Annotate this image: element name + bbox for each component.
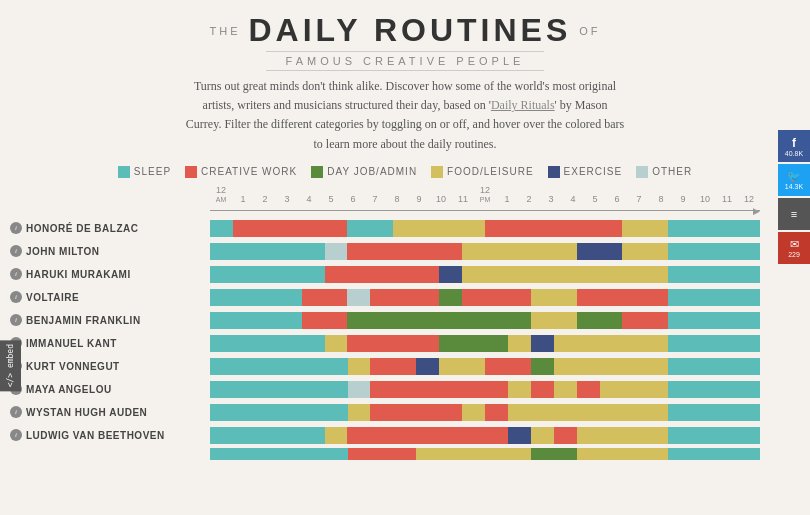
- info-icon-milton[interactable]: i: [10, 245, 22, 257]
- seg: [439, 335, 508, 352]
- facebook-button[interactable]: f 40.8K: [778, 130, 810, 162]
- bar-angelou[interactable]: [210, 381, 760, 398]
- seg: [668, 289, 760, 306]
- seg: [347, 289, 370, 306]
- seg: [554, 381, 577, 398]
- info-icon-murakami[interactable]: i: [10, 268, 22, 280]
- time-3pm: 3: [540, 195, 562, 204]
- other-color: [636, 166, 648, 178]
- bar-balzac[interactable]: [210, 220, 760, 237]
- seg: [485, 220, 623, 237]
- label-franklin: i BENJAMIN FRANKLIN: [10, 314, 210, 326]
- row-angelou: i MAYA ANGELOU: [210, 379, 760, 400]
- facebook-icon: f: [792, 136, 796, 150]
- creative-color: [185, 166, 197, 178]
- social-sidebar: f 40.8K 🐦 14.3K ≡ ✉ 229: [778, 130, 810, 264]
- seg: [531, 427, 554, 444]
- legend-food[interactable]: FOOD/LEISURE: [431, 166, 533, 178]
- bar-milton[interactable]: [210, 243, 760, 260]
- info-icon-voltaire[interactable]: i: [10, 291, 22, 303]
- daily-rituals-link[interactable]: Daily Rituals: [491, 98, 555, 112]
- seg: [210, 427, 325, 444]
- info-icon-franklin[interactable]: i: [10, 314, 22, 326]
- time-8am: 8: [386, 195, 408, 204]
- embed-button[interactable]: </> embed: [0, 340, 21, 391]
- bar-auden[interactable]: [210, 404, 760, 421]
- legend-dayjob[interactable]: DAY JOB/ADMIN: [311, 166, 417, 178]
- seg: [531, 381, 554, 398]
- time-12pm: 12PM: [474, 186, 496, 204]
- seg: [485, 358, 531, 375]
- bar-beethoven[interactable]: [210, 427, 760, 444]
- layers-button[interactable]: ≡: [778, 198, 810, 230]
- seg: [668, 404, 760, 421]
- time-8pm: 8: [650, 195, 672, 204]
- seg: [210, 312, 302, 329]
- email-button[interactable]: ✉ 229: [778, 232, 810, 264]
- bar-kant[interactable]: [210, 335, 760, 352]
- label-beethoven: i LUDWIG VAN BEETHOVEN: [10, 429, 210, 441]
- legend-other[interactable]: OTHER: [636, 166, 692, 178]
- legend-creative[interactable]: CREATIVE WORK: [185, 166, 297, 178]
- row-balzac: i HONORÉ DE BALZAC: [210, 218, 760, 239]
- seg: [210, 381, 348, 398]
- food-label: FOOD/LEISURE: [447, 166, 533, 177]
- bar-vonnegut[interactable]: [210, 358, 760, 375]
- name-beethoven: LUDWIG VAN BEETHOVEN: [26, 430, 165, 441]
- row-kant: i IMMANUEL KANT: [210, 333, 760, 354]
- seg: [347, 220, 393, 237]
- seg: [622, 220, 668, 237]
- seg: [302, 312, 348, 329]
- time-labels-row: 12AM 1 2 3 4 5 6 7 8 9 10 11 12PM 1 2 3 …: [210, 186, 760, 204]
- bar-franklin[interactable]: [210, 312, 760, 329]
- info-icon-balzac[interactable]: i: [10, 222, 22, 234]
- seg: [531, 289, 577, 306]
- seg: [325, 266, 440, 283]
- seg: [508, 427, 531, 444]
- seg: [554, 358, 669, 375]
- seg: [348, 448, 417, 460]
- seg: [439, 358, 485, 375]
- seg: [347, 243, 462, 260]
- twitter-count: 14.3K: [785, 183, 803, 190]
- of-text: OF: [579, 25, 600, 37]
- seg: [439, 266, 462, 283]
- name-vonnegut: KURT VONNEGUT: [26, 361, 120, 372]
- bar-murakami[interactable]: [210, 266, 760, 283]
- seg: [577, 427, 669, 444]
- seg: [531, 335, 554, 352]
- seg: [347, 335, 439, 352]
- seg: [416, 358, 439, 375]
- row-oconnor: i MARY FLANNERY O'CONNOR: [210, 448, 760, 460]
- time-1am: 1: [232, 195, 254, 204]
- row-voltaire: i VOLTAIRE: [210, 287, 760, 308]
- row-milton: i JOHN MILTON: [210, 241, 760, 262]
- seg: [577, 448, 669, 460]
- creative-label: CREATIVE WORK: [201, 166, 297, 177]
- seg: [668, 358, 760, 375]
- label-vonnegut: i KURT VONNEGUT: [10, 360, 210, 372]
- name-kant: IMMANUEL KANT: [26, 338, 117, 349]
- seg: [370, 381, 508, 398]
- seg: [577, 243, 623, 260]
- seg: [577, 312, 623, 329]
- seg: [347, 312, 530, 329]
- legend-sleep[interactable]: SLEEP: [118, 166, 171, 178]
- seg: [508, 381, 531, 398]
- seg: [462, 404, 485, 421]
- info-icon-beethoven[interactable]: i: [10, 429, 22, 441]
- food-color: [431, 166, 443, 178]
- seg: [485, 404, 508, 421]
- bar-voltaire[interactable]: [210, 289, 760, 306]
- seg: [210, 448, 348, 460]
- seg: [508, 404, 668, 421]
- bar-oconnor[interactable]: [210, 448, 760, 460]
- seg: [531, 312, 577, 329]
- legend-exercise[interactable]: EXERCISE: [548, 166, 623, 178]
- label-murakami: i HARUKI MURAKAMI: [10, 268, 210, 280]
- seg: [210, 358, 348, 375]
- seg: [325, 243, 348, 260]
- twitter-button[interactable]: 🐦 14.3K: [778, 164, 810, 196]
- info-icon-auden[interactable]: i: [10, 406, 22, 418]
- name-auden: WYSTAN HUGH AUDEN: [26, 407, 147, 418]
